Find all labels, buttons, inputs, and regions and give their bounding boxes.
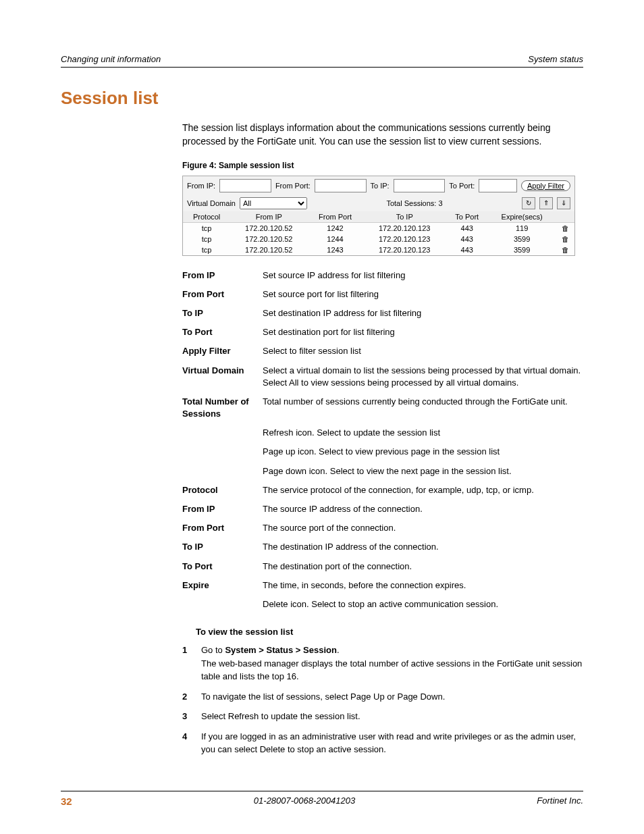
column-header: Expire(secs): [488, 211, 556, 223]
definition-term: From IP: [182, 269, 260, 282]
definition-term: [182, 598, 260, 610]
step-number: 3: [182, 710, 187, 723]
definition-desc: Set destination port for list filtering: [263, 326, 583, 338]
definition-desc: Select a virtual domain to list the sess…: [263, 365, 583, 389]
definition-term: To Port: [182, 326, 260, 338]
column-header: Protocol: [183, 211, 230, 223]
to-port-label: To Port:: [449, 182, 475, 190]
definition-desc: The destination port of the connection.: [263, 561, 583, 573]
definition-term: [182, 465, 260, 477]
header-left: Changing unit information: [61, 54, 161, 64]
to-port-input[interactable]: [479, 179, 517, 192]
apply-filter-button[interactable]: Apply Filter: [521, 180, 570, 191]
from-port-input[interactable]: [315, 179, 367, 192]
steps-list: 1Go to System > Status > Session.The web…: [182, 644, 583, 756]
definition-term: [182, 427, 260, 439]
definitions-list: From IPSet source IP address for list fi…: [182, 269, 583, 611]
virtual-domain-label: Virtual Domain: [187, 199, 236, 207]
from-ip-input[interactable]: [219, 179, 271, 192]
session-table: ProtocolFrom IPFrom PortTo IPTo PortExpi…: [183, 211, 574, 255]
definition-desc: Refresh icon. Select to update the sessi…: [263, 427, 583, 439]
definition-desc: Set destination IP address for list filt…: [263, 307, 583, 319]
step-item: 4If you are logged in as an administrati…: [182, 730, 583, 756]
step-number: 1: [182, 644, 187, 657]
definition-desc: The destination IP address of the connec…: [263, 541, 583, 553]
to-ip-input[interactable]: [394, 179, 446, 192]
step-number: 4: [182, 730, 187, 744]
definition-term: Virtual Domain: [182, 365, 260, 389]
step-text: To navigate the list of sessions, select…: [201, 692, 445, 702]
total-sessions-label: Total Sessions: 3: [386, 199, 442, 207]
definition-desc: Page up icon. Select to view previous pa…: [263, 446, 583, 458]
definition-term: From IP: [182, 503, 260, 515]
session-list-screenshot: From IP: From Port: To IP: To Port: Appl…: [182, 176, 575, 256]
delete-icon[interactable]: 🗑: [556, 222, 574, 234]
column-header: From Port: [307, 211, 363, 223]
procedure-heading: To view the session list: [196, 627, 583, 637]
definition-term: To IP: [182, 541, 260, 553]
definition-term: Expire: [182, 579, 260, 592]
figure-caption: Figure 4: Sample session list: [182, 161, 583, 170]
from-port-label: From Port:: [275, 182, 311, 190]
column-header: From IP: [230, 211, 307, 223]
definition-term: To IP: [182, 307, 260, 319]
page-down-icon[interactable]: ⇓: [557, 197, 570, 209]
definition-term: Total Number of Sessions: [182, 396, 260, 420]
table-row: tcp172.20.120.521243172.20.120.123443359…: [183, 244, 574, 255]
definition-desc: Delete icon. Select to stop an active co…: [263, 598, 583, 610]
definition-term: [182, 446, 260, 458]
definition-desc: Set source port for list filtering: [263, 288, 583, 301]
definition-term: From Port: [182, 522, 260, 534]
delete-icon[interactable]: 🗑: [556, 244, 574, 255]
from-ip-label: From IP:: [187, 182, 215, 190]
page-number: 32: [61, 796, 72, 807]
step-text: Select Refresh to update the session lis…: [201, 711, 360, 721]
definition-term: To Port: [182, 561, 260, 573]
doc-id: 01-28007-0068-20041203: [254, 796, 355, 807]
column-header: To IP: [363, 211, 446, 223]
step-number: 2: [182, 690, 187, 704]
delete-icon[interactable]: 🗑: [556, 234, 574, 244]
company-name: Fortinet Inc.: [537, 796, 583, 807]
virtual-domain-select[interactable]: All: [240, 197, 307, 209]
definition-desc: Set source IP address for list filtering: [263, 269, 583, 282]
refresh-icon[interactable]: ↻: [522, 197, 535, 209]
step-text: Go to System > Status > Session.The web-…: [201, 645, 582, 681]
definition-desc: The source port of the connection.: [263, 522, 583, 534]
definition-desc: The source IP address of the connection.: [263, 503, 583, 515]
definition-desc: The service protocol of the connection, …: [263, 484, 583, 496]
definition-desc: The time, in seconds, before the connect…: [263, 579, 583, 592]
header-right: System status: [528, 54, 583, 64]
page-up-icon[interactable]: ⇑: [539, 197, 553, 209]
to-ip-label: To IP:: [371, 182, 390, 190]
definition-desc: Page down icon. Select to view the next …: [263, 465, 583, 477]
page-title: Session list: [61, 88, 583, 109]
definition-term: Protocol: [182, 484, 260, 496]
step-item: 1Go to System > Status > Session.The web…: [182, 644, 583, 683]
column-header: To Port: [446, 211, 488, 223]
definition-desc: Total number of sessions currently being…: [263, 396, 583, 420]
step-item: 2To navigate the list of sessions, selec…: [182, 690, 583, 704]
definition-desc: Select to filter session list: [263, 345, 583, 357]
table-row: tcp172.20.120.521242172.20.120.123443119…: [183, 222, 574, 234]
intro-paragraph: The session list displays information ab…: [182, 121, 583, 149]
step-item: 3Select Refresh to update the session li…: [182, 710, 583, 723]
definition-term: Apply Filter: [182, 345, 260, 357]
definition-term: From Port: [182, 288, 260, 301]
step-text: If you are logged in as an administrativ…: [201, 731, 576, 755]
column-header: [556, 211, 574, 223]
table-row: tcp172.20.120.521244172.20.120.123443359…: [183, 234, 574, 244]
